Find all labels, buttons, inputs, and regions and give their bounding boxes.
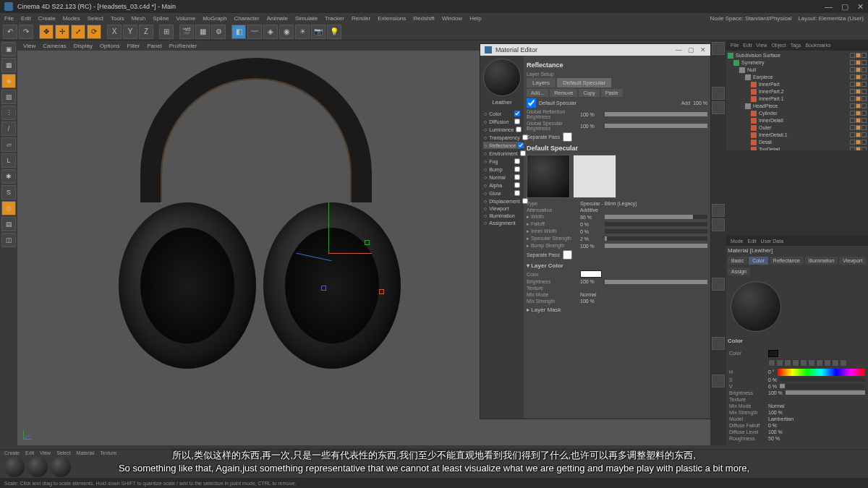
render-region-button[interactable]: ▦	[195, 25, 210, 39]
x-axis-button[interactable]: X	[107, 25, 122, 39]
rs-tool-8[interactable]	[712, 374, 725, 388]
y-axis-button[interactable]: Y	[123, 25, 137, 39]
sat-slider[interactable]	[780, 377, 865, 382]
rs-tool-4[interactable]	[712, 204, 725, 217]
model-mode-button[interactable]: ▦	[1, 58, 16, 72]
mat-channel-luminance[interactable]: ○Luminance	[483, 126, 521, 133]
rs-tool-2[interactable]	[712, 87, 725, 100]
add-layer-button[interactable]: Add...	[527, 89, 548, 97]
tree-item[interactable]: Earpiece	[728, 74, 867, 81]
rs-tool-7[interactable]	[712, 337, 725, 350]
environment-tool[interactable]: ☀	[295, 25, 310, 39]
rs-tool-6[interactable]	[712, 278, 725, 291]
enable-axis-button[interactable]: ✱	[1, 169, 16, 184]
locked-workplane-button[interactable]: ◫	[1, 233, 16, 247]
point-mode-button[interactable]: ⋮	[1, 106, 16, 120]
menu-mesh[interactable]: Mesh	[132, 15, 146, 22]
mat-channel-alpha[interactable]: ○Alpha	[483, 181, 521, 189]
default-spec-check[interactable]	[527, 98, 536, 108]
vp-prorender[interactable]: ProRender	[169, 43, 197, 49]
make-editable-button[interactable]: ▣	[1, 42, 16, 56]
menu-character[interactable]: Character	[234, 15, 260, 22]
menu-modes[interactable]: Modes	[63, 15, 80, 22]
generator-tool[interactable]: ◈	[263, 25, 278, 39]
vp-panel[interactable]: Panel	[147, 43, 161, 49]
menu-file[interactable]: File	[4, 15, 14, 22]
node-space-value[interactable]: Standard/Physical	[745, 15, 791, 22]
mat-close-button[interactable]: ✕	[700, 46, 706, 53]
tree-item[interactable]: Outer	[728, 124, 867, 132]
mat-channel-bump[interactable]: ○Bump	[483, 166, 521, 173]
ms-create[interactable]: Create	[4, 450, 20, 455]
ms-material[interactable]: Material	[77, 450, 95, 455]
minimize-button[interactable]: —	[825, 2, 833, 12]
undo-button[interactable]: ↶	[3, 25, 17, 39]
mat-channel-diffusion[interactable]: ○Diffusion	[483, 118, 521, 125]
select-tool[interactable]: ✥	[39, 25, 54, 39]
camera-tool[interactable]: 📷	[311, 25, 326, 39]
menu-edit[interactable]: Edit	[21, 15, 31, 22]
viewport-solo-button[interactable]: S	[1, 185, 16, 200]
copy-layer-button[interactable]: Copy	[579, 89, 599, 97]
mat-channel-assignment[interactable]: ○Assignment	[483, 220, 521, 226]
swatch[interactable]	[824, 359, 831, 367]
tab-layers[interactable]: Layers	[527, 78, 556, 87]
mat-name[interactable]: Leather	[483, 99, 521, 106]
attr-tab-reflectance[interactable]: Reflectance	[770, 257, 804, 265]
deformer-tool[interactable]: ◉	[279, 25, 294, 39]
obj-edit[interactable]: Edit	[743, 43, 752, 48]
menu-create[interactable]: Create	[38, 15, 56, 22]
attr-tab-viewport[interactable]: Viewport	[839, 257, 866, 265]
falloff-slider[interactable]	[605, 222, 707, 226]
mat-channel-transparency[interactable]: ○Transparency	[483, 134, 521, 141]
global-refl-slider[interactable]	[605, 112, 707, 116]
menu-extensions[interactable]: Extensions	[378, 15, 406, 22]
layout-value[interactable]: Elementza (User)	[819, 15, 864, 22]
layer-brightness-slider[interactable]	[605, 280, 707, 284]
menu-render[interactable]: Render	[352, 15, 370, 22]
vp-options[interactable]: Options	[100, 43, 120, 49]
swatch[interactable]	[808, 359, 815, 367]
mat-channel-illumination[interactable]: ○Illumination	[483, 213, 521, 219]
attr-tab-basic[interactable]: Basic	[728, 257, 747, 265]
swatch[interactable]	[800, 359, 807, 367]
mat-channel-fog[interactable]: ○Fog	[483, 158, 521, 165]
mat-channel-normal[interactable]: ○Normal	[483, 174, 521, 181]
swatch[interactable]	[768, 359, 775, 367]
mat-editor-titlebar[interactable]: Material Editor —▢✕	[480, 44, 710, 56]
brightness-slider[interactable]	[786, 390, 865, 395]
vp-display[interactable]: Display	[74, 43, 93, 49]
layer-color-swatch[interactable]	[580, 270, 602, 278]
object-tree[interactable]: Subdivision SurfaceSymmetryNullEarpieceI…	[726, 51, 868, 150]
snap-button[interactable]: ◎	[1, 201, 16, 215]
mat-min-button[interactable]: —	[676, 46, 682, 53]
ms-select[interactable]: Select	[56, 450, 70, 455]
material-editor-window[interactable]: Material Editor —▢✕ Leather ○Color○Diffu…	[480, 43, 711, 419]
obj-object[interactable]: Object	[771, 43, 786, 48]
menu-select[interactable]: Select	[88, 15, 103, 22]
menu-mograph[interactable]: MoGraph	[203, 15, 226, 22]
mat-channel-color[interactable]: ○Color	[483, 110, 521, 117]
material-slot-1[interactable]	[4, 457, 25, 477]
swatch[interactable]	[832, 359, 839, 367]
attr-userdata[interactable]: User Data	[761, 239, 784, 244]
axis-button[interactable]: L	[1, 153, 16, 168]
spline-tool[interactable]: 〰	[247, 25, 262, 39]
scale-tool[interactable]: ⤢	[71, 25, 85, 39]
swatch[interactable]	[784, 359, 791, 367]
menu-animate[interactable]: Animate	[267, 15, 288, 22]
menu-tools[interactable]: Tools	[111, 15, 124, 22]
color-swatch[interactable]	[768, 350, 778, 357]
tree-item[interactable]: Detail	[728, 139, 867, 146]
mat-channel-glow[interactable]: ○Glow	[483, 189, 521, 197]
spec-strength-slider[interactable]	[605, 236, 707, 241]
tree-item[interactable]: Symmetry	[728, 59, 867, 67]
ms-texture[interactable]: Texture	[101, 450, 117, 455]
vp-view[interactable]: View	[23, 43, 35, 49]
mat-channel-environment[interactable]: ○Environment	[483, 150, 521, 157]
rs-tool-5[interactable]	[712, 218, 725, 231]
tree-item[interactable]: HeadPiece	[728, 103, 867, 110]
paste-layer-button[interactable]: Paste	[601, 89, 623, 97]
menu-window[interactable]: Window	[442, 15, 462, 22]
menu-simulate[interactable]: Simulate	[295, 15, 318, 22]
